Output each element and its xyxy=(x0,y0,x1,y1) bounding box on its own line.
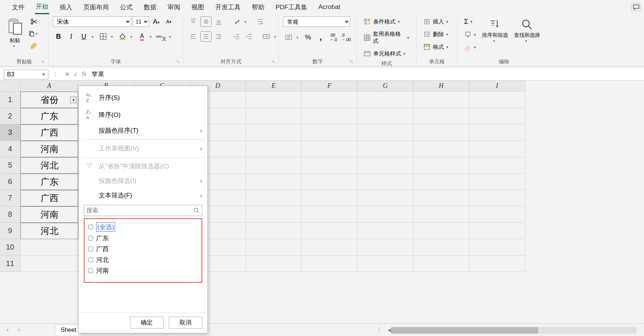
h-scrollbar[interactable] xyxy=(391,327,637,334)
fill-color-button[interactable] xyxy=(117,31,128,42)
paste-button[interactable]: 粘贴 ▾ xyxy=(4,16,25,50)
tab-pdf[interactable]: PDF工具集 xyxy=(275,1,308,14)
tab-file[interactable]: 文件 xyxy=(11,1,25,14)
cell-G11[interactable] xyxy=(358,256,413,272)
cut-button[interactable] xyxy=(28,16,39,27)
row-header-4[interactable]: 4 xyxy=(0,141,20,157)
font-color-button[interactable]: A xyxy=(136,31,147,42)
cancel-formula-button[interactable]: ✕ xyxy=(65,71,70,78)
cell-H6[interactable] xyxy=(413,174,469,190)
cell-H11[interactable] xyxy=(413,256,469,272)
find-select-button[interactable]: 查找和选择▾ xyxy=(512,16,542,44)
sheet-prev-button[interactable]: ‹ xyxy=(7,326,14,334)
comment-button[interactable] xyxy=(631,3,641,11)
filter-search-box[interactable] xyxy=(84,205,202,216)
accounting-format-button[interactable] xyxy=(283,32,294,42)
cell-E9[interactable] xyxy=(246,223,302,239)
cell-H10[interactable] xyxy=(413,239,469,256)
cell-I1[interactable] xyxy=(469,92,525,108)
cell-F10[interactable] xyxy=(302,239,358,256)
dialog-launcher-icon[interactable]: ⤡ xyxy=(272,59,277,64)
tab-acrobat[interactable]: Acrobat xyxy=(318,1,341,13)
dialog-launcher-icon[interactable]: ⤡ xyxy=(176,59,181,64)
cell-F1[interactable] xyxy=(302,92,358,108)
cell-H1[interactable] xyxy=(413,92,469,108)
cell-E5[interactable] xyxy=(246,157,302,174)
col-header-H[interactable]: H xyxy=(413,80,469,92)
tab-home[interactable]: 开始 xyxy=(35,0,49,14)
phonetic-button[interactable]: wén文 xyxy=(156,31,167,42)
cell-A1[interactable]: 省份▾ xyxy=(20,92,78,108)
cell-H9[interactable] xyxy=(413,223,469,239)
col-header-I[interactable]: I xyxy=(469,80,525,92)
cell-I10[interactable] xyxy=(469,239,525,256)
cell-I8[interactable] xyxy=(469,206,525,223)
cell-E2[interactable] xyxy=(246,108,302,124)
align-bottom-button[interactable] xyxy=(213,16,224,27)
cell-G1[interactable] xyxy=(358,92,413,108)
tab-dev[interactable]: 开发工具 xyxy=(215,1,241,14)
cell-E4[interactable] xyxy=(246,141,302,157)
cell-A8[interactable]: 河南 xyxy=(20,206,78,223)
cell-H4[interactable] xyxy=(413,141,469,157)
copy-button[interactable]: ▾ xyxy=(28,28,39,39)
row-header-7[interactable]: 7 xyxy=(0,190,20,206)
cell-G7[interactable] xyxy=(358,190,413,206)
filter-ok-button[interactable]: 确定 xyxy=(130,317,164,329)
cell-I11[interactable] xyxy=(469,256,525,272)
cell-H5[interactable] xyxy=(413,157,469,174)
comma-button[interactable]: , xyxy=(315,32,326,42)
dialog-launcher-icon[interactable]: ⤡ xyxy=(41,59,47,64)
row-header-8[interactable]: 8 xyxy=(0,206,20,223)
enter-formula-button[interactable]: ✓ xyxy=(73,71,78,78)
italic-button[interactable]: I xyxy=(66,31,77,42)
dialog-launcher-icon[interactable]: ⤡ xyxy=(350,59,355,64)
merge-button[interactable] xyxy=(261,31,272,42)
shrink-font-button[interactable]: A▾ xyxy=(163,16,174,27)
row-header-2[interactable]: 2 xyxy=(0,108,20,124)
tab-formulas[interactable]: 公式 xyxy=(119,1,133,14)
cell-F11[interactable] xyxy=(302,256,358,272)
cell-A3[interactable]: 广西 xyxy=(20,124,78,141)
filter-item-hn[interactable]: 河南 xyxy=(88,265,198,276)
cell-F3[interactable] xyxy=(302,124,358,141)
filter-item-hb[interactable]: 河北 xyxy=(88,254,198,265)
cell-G10[interactable] xyxy=(358,239,413,256)
tab-review[interactable]: 审阅 xyxy=(167,1,181,14)
clear-button[interactable]: ▾ xyxy=(462,42,478,53)
col-header-G[interactable]: G xyxy=(358,80,413,92)
format-cells-button[interactable]: 格式▾ xyxy=(421,42,451,52)
cell-E10[interactable] xyxy=(246,239,302,256)
cell-F6[interactable] xyxy=(302,174,358,190)
sort-by-color-item[interactable]: 按颜色排序(T)› xyxy=(79,123,207,138)
row-header-5[interactable]: 5 xyxy=(0,157,20,174)
cell-H7[interactable] xyxy=(413,190,469,206)
cell-G4[interactable] xyxy=(358,141,413,157)
align-center-button[interactable] xyxy=(200,31,212,42)
border-button[interactable] xyxy=(98,31,109,42)
cell-H2[interactable] xyxy=(413,108,469,124)
cell-A10[interactable] xyxy=(20,239,78,256)
format-painter-button[interactable] xyxy=(28,40,39,51)
tab-help[interactable]: 帮助 xyxy=(251,1,265,14)
filter-item-gd[interactable]: 广东 xyxy=(88,233,198,244)
sort-asc-item[interactable]: A↓Z 升序(S) xyxy=(79,89,207,106)
number-format-select[interactable]: 常规 xyxy=(283,16,350,27)
align-right-button[interactable] xyxy=(213,31,224,42)
cell-G8[interactable] xyxy=(358,206,413,223)
filter-search-input[interactable] xyxy=(86,207,194,214)
col-header-A[interactable]: A xyxy=(20,80,78,92)
row-header-11[interactable]: 11 xyxy=(0,256,20,272)
table-format-button[interactable]: 套用表格格式▾ xyxy=(361,29,412,46)
cell-E3[interactable] xyxy=(246,124,302,141)
decrease-decimal-button[interactable]: .0→.00 xyxy=(340,32,352,42)
increase-decimal-button[interactable]: .00←.0 xyxy=(328,32,339,42)
formula-input[interactable] xyxy=(86,71,644,78)
insert-cells-button[interactable]: 插入▾ xyxy=(421,16,451,27)
row-header-10[interactable]: 10 xyxy=(0,239,20,256)
align-top-button[interactable] xyxy=(188,16,199,27)
cell-I3[interactable] xyxy=(469,124,525,141)
autosum-button[interactable]: Σ▾ xyxy=(462,16,478,27)
cell-I7[interactable] xyxy=(469,190,525,206)
sort-desc-item[interactable]: Z↓A 降序(O) xyxy=(79,106,207,123)
